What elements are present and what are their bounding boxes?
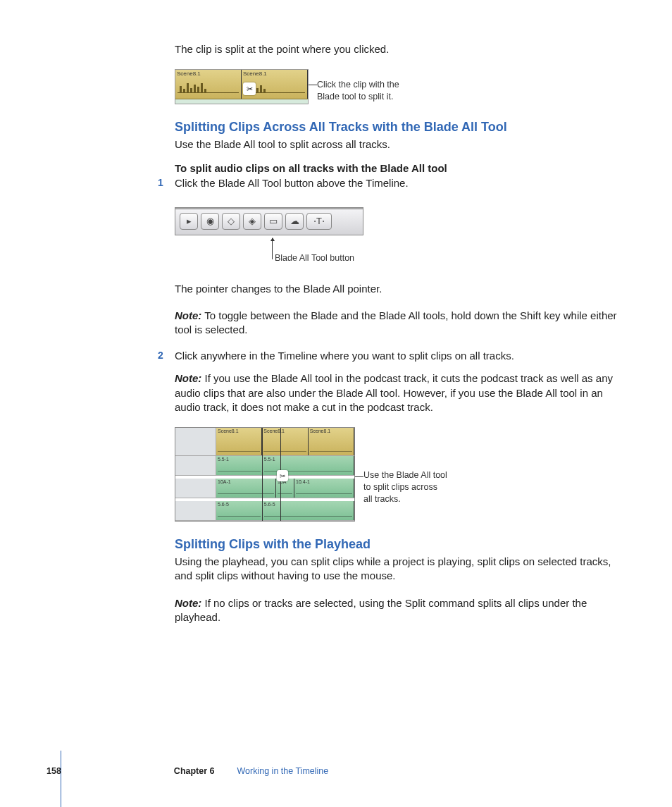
section-heading-playhead: Splitting Clips with the Playhead [175, 537, 630, 552]
clip-waveform-image: Scene8.1 Scene8.1 ✂ [175, 69, 309, 104]
section-intro: Use the Blade All tool to split across a… [175, 137, 630, 152]
chapter-title: Working in the Timeline [237, 766, 329, 776]
clip-label: Scene8.1 [243, 70, 267, 77]
page-footer: 158 Chapter 6 Working in the Timeline [46, 766, 328, 776]
paragraph: The pointer changes to the Blade All poi… [175, 282, 630, 296]
figure-toolbar: ▸ ◉ ◇ ◈ ▭ ☁ ⋅T⋅ Blade All Tool button [175, 207, 363, 262]
note-label: Note: [175, 309, 201, 321]
blade-all-cursor-icon: ✂ [277, 470, 288, 481]
blade-cursor-icon: ✂ [243, 82, 256, 95]
figure-caption: Click the clip with the Blade tool to sp… [317, 79, 399, 103]
toolbar-image: ▸ ◉ ◇ ◈ ▭ ☁ ⋅T⋅ [175, 207, 363, 235]
section-heading-blade-all: Splitting Clips Across All Tracks with t… [175, 120, 630, 135]
arrow-tool-icon: ▸ [180, 213, 198, 230]
page-number: 158 [46, 766, 61, 776]
timeslice-tool-icon: ◉ [201, 213, 219, 230]
step-number: 2 [158, 350, 163, 361]
section-intro: Using the playhead, you can split clips … [175, 555, 630, 584]
step-text: Click anywhere in the Timeline where you… [175, 350, 514, 362]
figure-blade-split: Scene8.1 Scene8.1 ✂ Click the clip with … [175, 69, 630, 104]
step-1: 1 Click the Blade All Tool button above … [175, 177, 630, 189]
step-text: Click the Blade All Tool button above th… [175, 177, 409, 189]
instruction-heading: To split audio clips on all tracks with … [175, 162, 630, 174]
note-paragraph: Note: If no clips or tracks are selected… [175, 596, 630, 625]
note-paragraph: Note: To toggle between the Blade and th… [175, 309, 630, 338]
intro-paragraph: The clip is split at the point where you… [175, 42, 630, 56]
blade-tool-icon: ◇ [222, 213, 240, 230]
page-content: The clip is split at the point where you… [0, 0, 672, 679]
figure-caption: Blade All Tool button [275, 252, 354, 264]
note-paragraph: Note: If you use the Blade All tool in t… [175, 371, 630, 414]
step-2: 2 Click anywhere in the Timeline where y… [175, 350, 630, 362]
note-label: Note: [175, 597, 201, 609]
multitrack-image: Scene8.1 Scene8.1 Scene8.1 5.5-1 5.5-1 1… [175, 427, 355, 522]
lift-tool-icon: ▭ [264, 213, 282, 230]
scrub-tool-icon: ☁ [285, 213, 304, 230]
figure-blade-all-tracks: Scene8.1 Scene8.1 Scene8.1 5.5-1 5.5-1 1… [175, 427, 630, 522]
clip-label: Scene8.1 [177, 70, 201, 77]
note-label: Note: [175, 372, 201, 384]
figure-caption: Use the Blade All tool to split clips ac… [363, 469, 455, 505]
callout-line [272, 238, 273, 259]
blade-all-tool-icon: ◈ [243, 213, 261, 230]
automation-tool-icon: ⋅T⋅ [306, 213, 332, 230]
chapter-label: Chapter 6 [174, 766, 215, 776]
footer-rule [61, 751, 61, 807]
step-number: 1 [158, 177, 163, 188]
